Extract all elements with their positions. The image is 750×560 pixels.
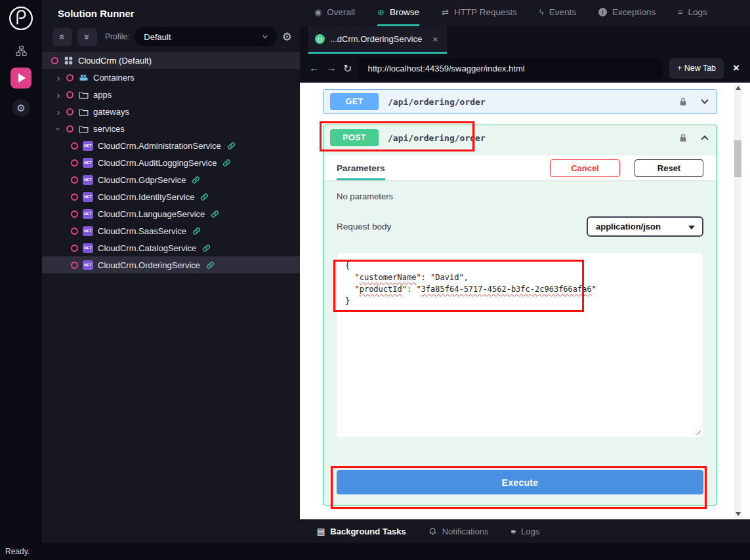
tree-label: services: [93, 124, 125, 134]
resize-handle[interactable]: [693, 427, 701, 435]
request-body-row: Request body application/json: [323, 216, 717, 237]
chevron-icon[interactable]: ›: [55, 107, 62, 117]
tree-service-cloudcrm.languageservice[interactable]: NETCloudCrm.LanguageService: [42, 205, 300, 222]
tab-browse[interactable]: ⊕Browse: [377, 0, 419, 26]
chevron-up-icon[interactable]: [699, 132, 710, 143]
status-dot-icon: [71, 176, 78, 184]
request-body-label: Request body: [337, 222, 391, 231]
back-icon[interactable]: ←: [309, 62, 320, 74]
content-type-select[interactable]: application/json: [587, 216, 703, 237]
lock-icon[interactable]: [678, 133, 688, 143]
tree-folder-gateways[interactable]: ›gateways: [42, 103, 300, 120]
link-icon[interactable]: [192, 227, 201, 235]
chevron-down-icon: [261, 33, 269, 41]
browser-tab-strip: { } ...dCrm.OrderingService ×: [300, 26, 750, 54]
parameters-title: Parameters: [337, 155, 385, 180]
url-bar[interactable]: http://localhost:44359/swagger/index.htm…: [358, 58, 662, 79]
tree-label: CloudCrm.GdprService: [98, 175, 186, 185]
tab-logs[interactable]: ≡Logs: [678, 0, 707, 26]
status-dot-icon: [66, 125, 73, 132]
run-button[interactable]: [10, 68, 31, 89]
browser-content: GET /api/ordering/order POST /ap: [300, 83, 750, 519]
link-icon[interactable]: [192, 176, 200, 184]
scroll-up-icon[interactable]: [736, 86, 741, 90]
folder-icon: [78, 108, 89, 116]
double-chevron-down-icon: »: [83, 34, 93, 39]
chevron-icon[interactable]: ›: [55, 90, 62, 100]
scroll-down-icon[interactable]: [736, 512, 741, 516]
tab-http-requests[interactable]: ⇄HTTP Requests: [442, 0, 517, 26]
arrows-icon: ⇄: [442, 7, 449, 17]
status-dot-icon: [71, 228, 78, 235]
refresh-icon[interactable]: ↻: [343, 62, 352, 75]
tree-folder-services[interactable]: ›services: [42, 120, 300, 137]
settings-icon[interactable]: ⚙: [12, 99, 30, 117]
tab-label: Events: [549, 7, 576, 17]
link-icon[interactable]: [227, 142, 236, 150]
tab-label: Logs: [688, 7, 707, 17]
main-row: ⚙ Solution Runner « » Profile: Default ⚙: [0, 0, 750, 543]
bottom-bar-background-tasks[interactable]: ▤Background Tasks: [317, 527, 406, 536]
bolt-icon: ϟ: [539, 7, 544, 17]
play-icon: [18, 73, 26, 83]
execute-button[interactable]: Execute: [337, 470, 703, 494]
bottom-bar-logs[interactable]: ≡Logs: [510, 527, 539, 536]
tab-overall[interactable]: ◉Overall: [314, 0, 355, 26]
tree-service-cloudcrm.orderingservice[interactable]: NETCloudCrm.OrderingService: [42, 256, 300, 273]
post-endpoint-block: POST /api/ordering/order Paramete: [323, 125, 717, 506]
status-dot-icon: [66, 91, 73, 98]
tab-exceptions[interactable]: !Exceptions: [598, 0, 656, 26]
tab-label: Exceptions: [612, 7, 656, 17]
link-icon[interactable]: [206, 261, 215, 270]
tree-service-cloudcrm.identityservice[interactable]: NETCloudCrm.IdentityService: [42, 188, 300, 205]
chevron-down-icon[interactable]: [699, 96, 710, 107]
tree-label: apps: [93, 90, 112, 100]
link-icon[interactable]: [211, 210, 219, 218]
tree-services: NETCloudCrm.AdministrationServiceNETClou…: [42, 137, 300, 273]
solution-tree: CloudCrm (Default) ›Containers›apps›gate…: [42, 52, 300, 273]
status-dot-icon: [71, 262, 78, 269]
cancel-button[interactable]: Cancel: [550, 159, 620, 177]
link-icon[interactable]: [202, 244, 211, 252]
expand-all-button[interactable]: »: [77, 28, 97, 46]
tree-root-cloudcrm[interactable]: CloudCrm (Default): [42, 52, 300, 69]
no-parameters-text: No parameters: [323, 180, 717, 205]
tree-service-cloudcrm.administrationservice[interactable]: NETCloudCrm.AdministrationService: [42, 137, 300, 154]
tree-root-label: CloudCrm (Default): [78, 56, 152, 66]
profile-settings-icon[interactable]: ⚙: [282, 30, 292, 44]
profile-dropdown[interactable]: Default: [135, 27, 276, 47]
request-body-editor[interactable]: { "customerName": "David", "productId": …: [337, 252, 703, 437]
url-text: http://localhost:44359/swagger/index.htm…: [367, 64, 524, 73]
collapse-all-button[interactable]: «: [52, 28, 72, 46]
scrollbar[interactable]: [734, 84, 741, 518]
tree-service-cloudcrm.catalogservice[interactable]: NETCloudCrm.CatalogService: [42, 239, 300, 256]
request-body-json[interactable]: { "customerName": "David", "productId": …: [337, 253, 703, 313]
chevron-icon[interactable]: ›: [54, 125, 64, 132]
bottom-bar: ▤Background TasksNotifications≡Logs: [300, 519, 750, 543]
browser-tab[interactable]: { } ...dCrm.OrderingService ×: [308, 26, 447, 54]
post-endpoint-row[interactable]: POST /api/ordering/order: [323, 125, 717, 150]
exclamation-icon: !: [598, 8, 607, 16]
tree-service-cloudcrm.saasservice[interactable]: NETCloudCrm.SaasService: [42, 222, 300, 239]
bottom-bar-notifications[interactable]: Notifications: [428, 527, 489, 536]
dotnet-badge-icon: NET: [83, 192, 93, 202]
lock-icon[interactable]: [678, 97, 688, 107]
get-endpoint-row[interactable]: GET /api/ordering/order: [323, 89, 717, 114]
profile-label: Profile:: [105, 32, 129, 41]
forward-icon[interactable]: →: [326, 62, 337, 74]
tree-service-cloudcrm.auditloggingservice[interactable]: NETCloudCrm.AuditLoggingService: [42, 154, 300, 171]
tree-folder-apps[interactable]: ›apps: [42, 86, 300, 103]
close-browser-icon[interactable]: ×: [733, 62, 740, 75]
tab-events[interactable]: ϟEvents: [539, 0, 576, 26]
tree-service-cloudcrm.gdprservice[interactable]: NETCloudCrm.GdprService: [42, 171, 300, 188]
chevron-icon[interactable]: ›: [55, 73, 62, 83]
link-icon[interactable]: [200, 193, 209, 201]
tab-close-icon[interactable]: ×: [432, 34, 438, 45]
tree-folder-containers[interactable]: ›Containers: [42, 69, 300, 86]
new-tab-button[interactable]: + New Tab: [669, 58, 724, 79]
scrollbar-thumb[interactable]: [734, 140, 741, 177]
solution-tree-icon[interactable]: [15, 45, 28, 57]
link-icon[interactable]: [222, 159, 231, 167]
status-text: Ready.: [5, 547, 30, 556]
reset-button[interactable]: Reset: [635, 159, 703, 177]
